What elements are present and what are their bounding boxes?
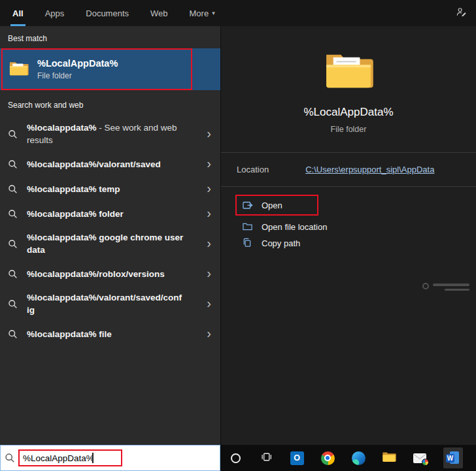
suggestion-text: %localappdata% file xyxy=(27,328,112,340)
search-web-section-label: Search work and web xyxy=(0,90,220,116)
folder-icon-large xyxy=(221,50,476,90)
open-file-location-button[interactable]: Open file location xyxy=(235,216,462,232)
suggestion-text: %localappdata%/roblox/versions xyxy=(27,268,165,280)
best-match-subtitle: File folder xyxy=(37,71,118,80)
search-suggestion-item[interactable]: %localappdata%/roblox/versions › xyxy=(0,261,220,286)
file-explorer-button[interactable] xyxy=(382,451,396,465)
best-match-section-label: Best match xyxy=(0,26,220,48)
tab-all[interactable]: All xyxy=(10,0,26,26)
taskbar-icons: O W xyxy=(220,445,476,471)
chrome-button[interactable] xyxy=(320,451,335,465)
copy-path-label: Copy path xyxy=(262,238,300,248)
edge-icon xyxy=(352,451,366,465)
tab-more-label: More xyxy=(190,8,209,18)
folder-location-icon xyxy=(242,221,254,232)
search-results-panel: Best match %LocalAppData% File folder Se… xyxy=(0,26,220,445)
search-icon xyxy=(8,269,18,279)
search-icon xyxy=(8,209,18,219)
annotation-red-box-search xyxy=(18,449,122,466)
taskbar-search-box[interactable] xyxy=(0,445,220,471)
open-icon xyxy=(242,200,254,210)
suggestion-text-bold: %localappdata%/valorant/saved/config xyxy=(27,293,182,315)
search-input[interactable] xyxy=(23,453,92,463)
search-icon xyxy=(8,329,18,339)
suggestion-text: %localappdata%/valorant/saved xyxy=(27,158,161,171)
best-match-result[interactable]: %LocalAppData% File folder xyxy=(0,48,220,90)
taskbar: O W xyxy=(0,445,476,471)
open-file-location-label: Open file location xyxy=(262,222,327,232)
suggestion-text: %localappdata% - See work and web result… xyxy=(27,122,184,146)
best-match-title: %LocalAppData% xyxy=(37,58,118,69)
search-suggestion-item[interactable]: %localappdata%/valorant/saved/config › xyxy=(0,286,220,321)
search-filter-bar: All Apps Documents Web More ▾ xyxy=(0,0,476,26)
outlook-letter: O xyxy=(294,453,300,463)
word-button[interactable]: W xyxy=(443,447,463,468)
tab-documents[interactable]: Documents xyxy=(84,0,131,26)
suggestion-text-bold: %localappdata% file xyxy=(27,329,112,339)
context-actions: Open Open file location Copy path xyxy=(221,187,476,256)
search-icon xyxy=(8,299,18,309)
folder-icon xyxy=(8,60,29,79)
copy-icon xyxy=(242,238,254,248)
mail-badge-icon xyxy=(422,459,429,466)
search-icon xyxy=(8,129,18,139)
dropdown-caret-icon: ▾ xyxy=(212,10,215,16)
open-button-label: Open xyxy=(262,201,282,210)
tab-web-label: Web xyxy=(150,8,168,18)
preview-title: %LocalAppData% xyxy=(221,106,476,119)
tab-apps-label: Apps xyxy=(45,8,65,18)
suggestion-text: %localappdata%/valorant/saved/config xyxy=(27,291,184,316)
suggestion-text: %localappdata% temp xyxy=(27,183,120,195)
edge-button[interactable] xyxy=(351,451,366,465)
search-icon xyxy=(8,239,18,249)
location-row: Location C:\Users\erpsupport_sipl\AppDat… xyxy=(221,152,476,187)
task-view-button[interactable] xyxy=(259,451,273,465)
text-cursor xyxy=(92,453,94,463)
chevron-right-icon[interactable]: › xyxy=(201,182,212,196)
suggestion-text-bold: %localappdata% temp xyxy=(27,184,120,194)
word-icon: W xyxy=(446,451,460,465)
chrome-icon xyxy=(321,451,335,465)
watermark xyxy=(433,281,469,291)
copy-path-button[interactable]: Copy path xyxy=(235,232,462,248)
word-letter: W xyxy=(447,455,453,462)
chevron-right-icon[interactable]: › xyxy=(201,127,212,141)
chevron-right-icon[interactable]: › xyxy=(201,327,212,341)
search-icon xyxy=(5,453,15,463)
word-active-highlight: W xyxy=(443,447,463,468)
preview-header: %LocalAppData% File folder xyxy=(221,26,476,134)
search-suggestion-item[interactable]: %localappdata% folder › xyxy=(0,201,220,226)
tab-documents-label: Documents xyxy=(86,8,129,18)
search-suggestion-item[interactable]: %localappdata% google chrome user data › xyxy=(0,226,220,261)
suggestion-text-bold: %localappdata%/roblox/versions xyxy=(27,269,165,279)
tab-web[interactable]: Web xyxy=(148,0,170,26)
suggestion-text-bold: %localappdata% folder xyxy=(27,209,124,219)
search-suggestion-item[interactable]: %localappdata%/valorant/saved › xyxy=(0,152,220,176)
chevron-right-icon[interactable]: › xyxy=(201,157,212,171)
suggestion-text-bold: %localappdata% xyxy=(27,123,97,133)
chevron-right-icon[interactable]: › xyxy=(201,206,212,221)
watermark-logo xyxy=(422,283,429,289)
search-suggestion-item[interactable]: %localappdata% temp › xyxy=(0,176,220,201)
tab-more[interactable]: More ▾ xyxy=(188,0,217,26)
cortana-button[interactable] xyxy=(228,451,243,465)
file-explorer-icon xyxy=(382,451,396,465)
mail-button[interactable] xyxy=(413,451,427,465)
location-link[interactable]: C:\Users\erpsupport_sipl\AppData xyxy=(305,165,434,174)
search-icon xyxy=(8,159,18,169)
open-button[interactable]: Open xyxy=(242,200,312,210)
search-suggestion-item[interactable]: %localappdata% file › xyxy=(0,321,220,346)
suggestion-list: %localappdata% - See work and web result… xyxy=(0,116,220,346)
suggestion-text: %localappdata% google chrome user data xyxy=(27,231,184,256)
tab-apps[interactable]: Apps xyxy=(43,0,67,26)
chevron-right-icon[interactable]: › xyxy=(201,236,212,251)
chevron-right-icon[interactable]: › xyxy=(201,297,212,311)
preview-panel: %LocalAppData% File folder Location C:\U… xyxy=(220,26,476,445)
outlook-button[interactable]: O xyxy=(290,451,304,465)
feedback-button[interactable] xyxy=(456,0,467,26)
task-view-icon xyxy=(260,451,273,466)
chevron-right-icon[interactable]: › xyxy=(201,267,212,281)
search-suggestion-item[interactable]: %localappdata% - See work and web result… xyxy=(0,116,220,152)
location-label: Location xyxy=(237,165,269,174)
mail-icon xyxy=(413,453,426,463)
